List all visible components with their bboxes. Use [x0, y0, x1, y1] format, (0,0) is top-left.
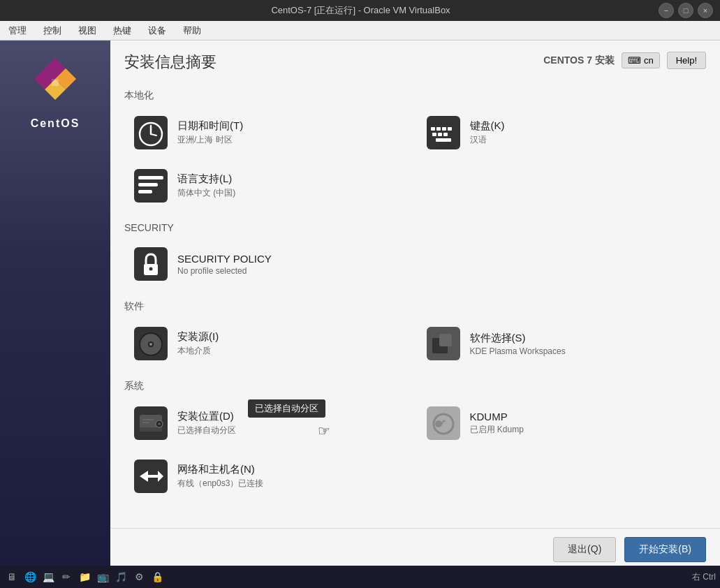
install-button[interactable]: 开始安装(B)	[624, 537, 706, 562]
system-items-grid: 安装位置(D) 已选择自动分区 KD	[124, 398, 706, 501]
svg-rect-18	[443, 133, 448, 136]
language-item[interactable]: 语言支持(L) 简体中文 (中国)	[124, 161, 706, 211]
svg-point-26	[149, 267, 153, 271]
svg-rect-13	[436, 127, 441, 131]
bottom-buttons: 退出(Q) 开始安装(B)	[124, 537, 706, 562]
titlebar: CentOS-7 [正在运行] - Oracle VM VirtualBox −…	[0, 0, 720, 21]
svg-rect-11	[427, 116, 460, 149]
install-location-item[interactable]: 安装位置(D) 已选择自动分区	[124, 398, 414, 448]
svg-rect-34	[439, 334, 452, 346]
install-location-title: 安装位置(D)	[177, 410, 236, 423]
kdump-icon	[425, 405, 462, 441]
keyboard-item[interactable]: 键盘(K) 汉语	[417, 108, 707, 158]
disc-icon	[133, 325, 169, 362]
language-subtitle: 简体中文 (中国)	[177, 187, 235, 199]
centos-sidebar-label: CentOS	[31, 117, 80, 130]
menu-control[interactable]: 控制	[41, 23, 64, 38]
taskbar-icon-3[interactable]: 💻	[41, 569, 56, 585]
keyboard-icon-large	[425, 115, 462, 151]
datetime-subtitle: 亚洲/上海 时区	[177, 134, 243, 146]
close-button[interactable]: ×	[698, 3, 713, 18]
scroll-content[interactable]: 本地化 日期和时间(T) 亚洲/上海 时区	[110, 78, 720, 528]
main-layout: CentOS 安装信息摘要 CENTOS 7 安装 ⌨ cn Help! 本地化	[0, 41, 720, 588]
quit-button[interactable]: 退出(Q)	[553, 537, 616, 562]
menu-manage[interactable]: 管理	[6, 23, 29, 38]
svg-rect-17	[438, 133, 442, 136]
minimize-button[interactable]: −	[659, 3, 674, 18]
taskbar-icon-2[interactable]: 🌐	[22, 569, 38, 585]
datetime-item[interactable]: 日期和时间(T) 亚洲/上海 时区	[124, 108, 414, 158]
menubar: 管理 控制 视图 热键 设备 帮助	[0, 21, 720, 41]
software-section-heading: 软件	[124, 300, 706, 313]
datetime-text: 日期和时间(T) 亚洲/上海 时区	[177, 119, 243, 146]
network-title: 网络和主机名(N)	[177, 463, 263, 476]
software-select-text: 软件选择(S) KDE Plasma Workspaces	[470, 332, 566, 356]
svg-rect-22	[138, 183, 158, 186]
kdump-subtitle: 已启用 Kdump	[470, 424, 524, 436]
kdump-text: KDUMP 已启用 Kdump	[470, 411, 524, 436]
security-policy-subtitle: No profile selected	[177, 266, 272, 276]
header-right: CENTOS 7 安装 ⌨ cn Help!	[543, 52, 706, 69]
menu-view[interactable]: 视图	[75, 23, 99, 38]
taskbar-icon-4[interactable]: ✏	[59, 569, 74, 585]
language-text: 语言支持(L) 简体中文 (中国)	[177, 172, 235, 199]
lock-icon	[133, 246, 169, 282]
maximize-button[interactable]: □	[678, 3, 693, 18]
menu-devices[interactable]: 设备	[145, 23, 169, 38]
language-icon	[133, 168, 169, 204]
svg-point-44	[435, 420, 442, 427]
menu-hotkey[interactable]: 热键	[110, 23, 134, 38]
taskbar-icon-8[interactable]: ⚙	[131, 569, 147, 585]
software-select-item[interactable]: 软件选择(S) KDE Plasma Workspaces	[417, 318, 707, 369]
taskbar-icon-5[interactable]: 📁	[77, 569, 92, 585]
harddisk-icon	[133, 405, 169, 441]
menu-help[interactable]: 帮助	[180, 23, 204, 38]
taskbar-ctrl-label: 右 Ctrl	[692, 571, 716, 583]
keyboard-subtitle: 汉语	[470, 134, 505, 146]
centos-install-label: CENTOS 7 安装	[543, 54, 615, 67]
svg-rect-16	[432, 133, 436, 136]
install-source-item[interactable]: 安装源(I) 本地介质	[124, 318, 414, 369]
security-section-heading: SECURITY	[124, 222, 706, 233]
svg-rect-14	[442, 127, 446, 131]
package-icon	[425, 325, 462, 362]
sidebar: CentOS	[0, 41, 110, 588]
system-section-heading: 系统	[124, 380, 706, 392]
install-source-subtitle: 本地介质	[177, 345, 219, 357]
install-source-title: 安装源(I)	[177, 330, 219, 344]
datetime-title: 日期和时间(T)	[177, 119, 243, 133]
help-button[interactable]: Help!	[667, 52, 706, 69]
content-area: 安装信息摘要 CENTOS 7 安装 ⌨ cn Help! 本地化	[110, 41, 720, 588]
taskbar-right: 右 Ctrl	[692, 571, 716, 583]
network-subtitle: 有线（enp0s3）已连接	[177, 478, 263, 490]
svg-rect-15	[448, 127, 452, 131]
svg-point-39	[158, 422, 161, 425]
network-icon	[133, 458, 169, 494]
keyboard-title: 键盘(K)	[470, 119, 505, 133]
taskbar-icon-9[interactable]: 🔒	[149, 569, 165, 585]
taskbar-icon-7[interactable]: 🎵	[113, 569, 128, 585]
lang-badge: ⌨ cn	[622, 52, 660, 68]
install-location-subtitle: 已选择自动分区	[177, 425, 236, 436]
network-item[interactable]: 网络和主机名(N) 有线（enp0s3）已连接	[124, 451, 706, 501]
lang-code: cn	[644, 55, 654, 66]
page-title: 安装信息摘要	[124, 52, 216, 73]
clock-icon	[133, 115, 169, 151]
kdump-title: KDUMP	[470, 411, 524, 422]
software-items-grid: 安装源(I) 本地介质 软件选择(S) K	[124, 318, 706, 369]
taskbar-icon-1[interactable]: 🖥	[4, 569, 20, 585]
svg-rect-42	[427, 406, 460, 440]
titlebar-title: CentOS-7 [正在运行] - Oracle VM VirtualBox	[63, 4, 659, 17]
software-select-subtitle: KDE Plasma Workspaces	[470, 346, 566, 356]
titlebar-controls: − □ ×	[659, 3, 713, 18]
kdump-item[interactable]: KDUMP 已启用 Kdump	[417, 398, 707, 448]
security-policy-item[interactable]: SECURITY POLICY No profile selected	[124, 239, 706, 289]
svg-rect-21	[138, 176, 163, 179]
centos-logo-icon	[27, 54, 83, 110]
taskbar-icon-6[interactable]: 📺	[95, 569, 110, 585]
svg-rect-37	[140, 427, 162, 432]
install-source-text: 安装源(I) 本地介质	[177, 330, 219, 357]
security-items-grid: SECURITY POLICY No profile selected	[124, 239, 706, 289]
install-location-text: 安装位置(D) 已选择自动分区	[177, 410, 236, 436]
language-title: 语言支持(L)	[177, 172, 235, 186]
